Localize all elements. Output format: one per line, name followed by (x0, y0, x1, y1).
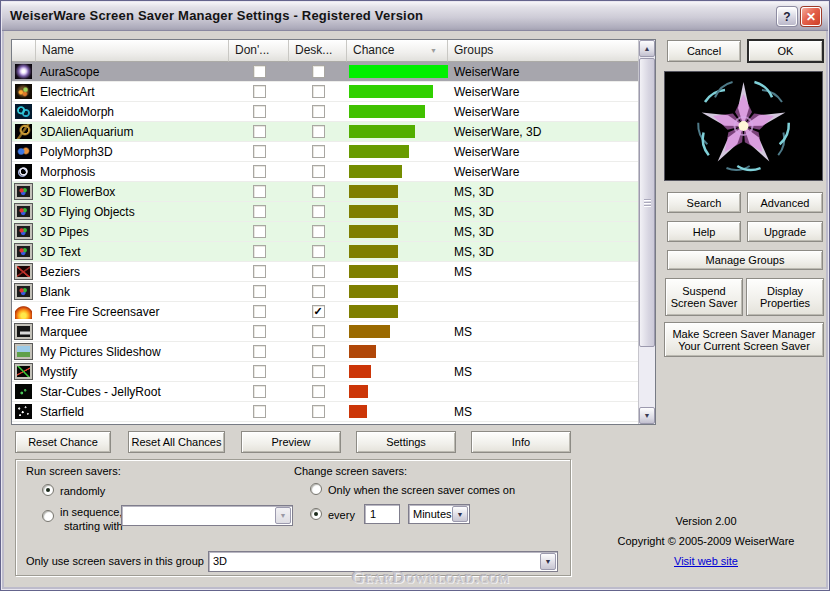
table-row[interactable]: My Pictures Slideshow (12, 342, 638, 362)
fire-icon (15, 304, 32, 319)
cancel-button[interactable]: Cancel (667, 40, 741, 62)
table-row[interactable]: KaleidoMorphWeiserWare (12, 102, 638, 122)
chance-bar (349, 85, 433, 98)
dont-checkbox[interactable] (253, 185, 266, 198)
column-groups[interactable]: Groups (448, 40, 638, 62)
scrollbar-thumb[interactable] (639, 58, 655, 347)
desk-checkbox[interactable] (312, 265, 325, 278)
settings-button[interactable]: Settings (356, 431, 456, 453)
help-icon[interactable]: ? (777, 7, 797, 26)
desk-checkbox[interactable] (312, 405, 325, 418)
table-row[interactable]: StarfieldMS (12, 402, 638, 422)
radio-every[interactable] (310, 508, 322, 520)
desk-checkbox[interactable] (312, 165, 325, 178)
dont-checkbox[interactable] (253, 345, 266, 358)
scroll-down-icon[interactable]: ▼ (639, 407, 655, 424)
table-row[interactable]: 3D PipesMS, 3D (12, 222, 638, 242)
search-button[interactable]: Search (667, 192, 741, 213)
desk-checkbox[interactable] (312, 145, 325, 158)
visit-website-link[interactable]: Visit web site (674, 555, 738, 567)
desk-checkbox[interactable] (312, 385, 325, 398)
table-row[interactable]: Star-Cubes - JellyRoot (12, 382, 638, 402)
chance-bar (349, 125, 415, 138)
ok-button[interactable]: OK (748, 40, 823, 62)
dont-checkbox[interactable] (253, 65, 266, 78)
dont-checkbox[interactable] (253, 285, 266, 298)
interval-input[interactable]: 1 (364, 504, 400, 524)
row-groups (448, 382, 638, 401)
desk-checkbox[interactable] (312, 205, 325, 218)
upgrade-button[interactable]: Upgrade (747, 221, 823, 242)
dont-checkbox[interactable] (253, 125, 266, 138)
dont-checkbox[interactable] (253, 165, 266, 178)
column-chance[interactable]: Chance ▼ (347, 40, 448, 62)
column-desk[interactable]: Desk... (289, 40, 347, 62)
table-row[interactable]: MorphosisWeiserWare (12, 162, 638, 182)
table-row[interactable]: Free Fire Screensaver✓ (12, 302, 638, 322)
table-row[interactable]: AuraScopeWeiserWare (12, 62, 638, 82)
scroll-up-icon[interactable]: ▲ (639, 40, 655, 57)
info-button[interactable]: Info (471, 431, 571, 453)
table-row[interactable]: MystifyMS (12, 362, 638, 382)
column-dont[interactable]: Don'... (229, 40, 289, 62)
titlebar[interactable]: WeiserWare Screen Saver Manager Settings… (2, 2, 828, 31)
desk-checkbox[interactable] (312, 325, 325, 338)
column-icon[interactable] (12, 40, 36, 62)
sequence-start-dropdown[interactable]: ▼ (121, 505, 293, 526)
dont-checkbox[interactable] (253, 225, 266, 238)
manage-groups-button[interactable]: Manage Groups (667, 250, 823, 270)
desk-checkbox[interactable] (312, 65, 325, 78)
table-row[interactable]: ElectricArtWeiserWare (12, 82, 638, 102)
help-button[interactable]: Help (667, 221, 741, 242)
suspend-screensaver-button[interactable]: Suspend Screen Saver (665, 278, 743, 316)
table-row[interactable]: 3D TextMS, 3D (12, 242, 638, 262)
desk-checkbox[interactable]: ✓ (312, 305, 325, 318)
dont-checkbox[interactable] (253, 205, 266, 218)
dont-checkbox[interactable] (253, 145, 266, 158)
desk-checkbox[interactable] (312, 365, 325, 378)
dont-checkbox[interactable] (253, 325, 266, 338)
desk-checkbox[interactable] (312, 185, 325, 198)
list-header: Name Don'... Desk... Chance ▼ Groups (12, 40, 638, 62)
preview-button[interactable]: Preview (241, 431, 341, 453)
desk-checkbox[interactable] (312, 345, 325, 358)
dont-checkbox[interactable] (253, 385, 266, 398)
dont-checkbox[interactable] (253, 245, 266, 258)
desk-checkbox[interactable] (312, 85, 325, 98)
aurascope-icon (15, 64, 32, 79)
desk-checkbox[interactable] (312, 105, 325, 118)
radio-only-when[interactable] (310, 483, 322, 495)
reset-all-chances-button[interactable]: Reset All Chances (128, 431, 225, 453)
make-current-button[interactable]: Make Screen Saver Manager Your Current S… (664, 322, 824, 357)
vertical-scrollbar[interactable]: ▲ ▼ (638, 40, 655, 424)
radio-in-sequence[interactable] (42, 510, 54, 522)
table-row[interactable]: 3D Flying ObjectsMS, 3D (12, 202, 638, 222)
desk-checkbox[interactable] (312, 225, 325, 238)
dont-checkbox[interactable] (253, 105, 266, 118)
dont-checkbox[interactable] (253, 305, 266, 318)
interval-unit-dropdown[interactable]: Minutes ▼ (408, 504, 470, 524)
dont-checkbox[interactable] (253, 405, 266, 418)
reset-chance-button[interactable]: Reset Chance (15, 431, 111, 453)
advanced-button[interactable]: Advanced (747, 192, 823, 213)
table-row[interactable]: 3DAlienAquariumWeiserWare, 3D (12, 122, 638, 142)
desk-checkbox[interactable] (312, 245, 325, 258)
row-name: My Pictures Slideshow (36, 342, 229, 361)
dont-checkbox[interactable] (253, 85, 266, 98)
column-name[interactable]: Name (36, 40, 229, 62)
table-row[interactable]: PolyMorph3DWeiserWare (12, 142, 638, 162)
chevron-down-icon[interactable]: ▼ (275, 507, 291, 524)
display-properties-button[interactable]: Display Properties (746, 278, 824, 316)
desk-checkbox[interactable] (312, 125, 325, 138)
dont-checkbox[interactable] (253, 365, 266, 378)
close-icon[interactable]: ✕ (801, 7, 821, 26)
table-row[interactable]: MarqueeMS (12, 322, 638, 342)
chevron-down-icon[interactable]: ▼ (452, 506, 468, 522)
dont-checkbox[interactable] (253, 265, 266, 278)
row-name: Beziers (36, 262, 229, 281)
desk-checkbox[interactable] (312, 285, 325, 298)
table-row[interactable]: 3D FlowerBoxMS, 3D (12, 182, 638, 202)
radio-randomly[interactable] (42, 484, 54, 496)
table-row[interactable]: Blank (12, 282, 638, 302)
table-row[interactable]: BeziersMS (12, 262, 638, 282)
